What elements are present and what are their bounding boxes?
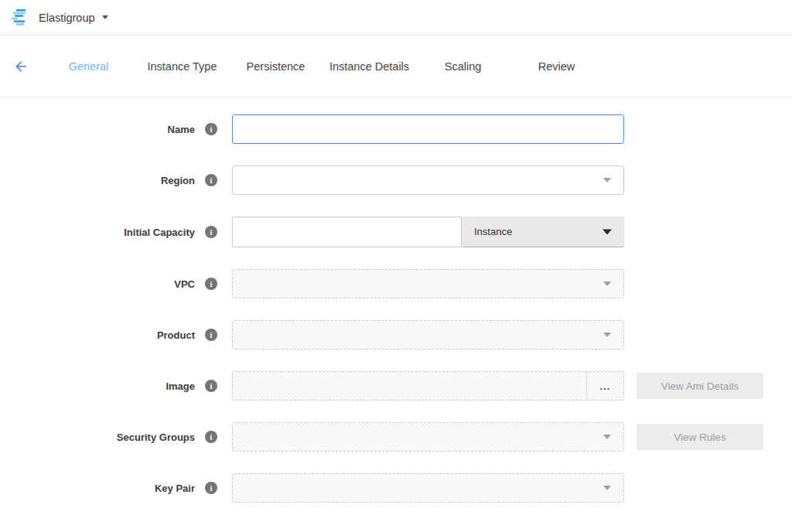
security-groups-field-row: Security Groups i View Rules: [0, 422, 792, 452]
image-browse-button[interactable]: ...: [586, 372, 623, 400]
vpc-field-row: VPC i: [0, 269, 792, 298]
info-icon[interactable]: i: [205, 226, 217, 238]
tab-persistence[interactable]: Persistence: [229, 60, 323, 73]
capacity-unit-value: Instance: [474, 226, 512, 237]
image-field-label: Image: [0, 380, 195, 392]
region-select[interactable]: [232, 165, 624, 195]
initial-capacity-field-label: Initial Capacity: [0, 227, 195, 238]
image-input: ...: [232, 371, 624, 401]
key-pair-field-label: Key Pair: [0, 483, 195, 494]
region-field-row: Region i: [0, 165, 792, 195]
security-groups-select: [232, 422, 624, 452]
info-icon[interactable]: i: [205, 278, 217, 290]
info-icon[interactable]: i: [205, 380, 217, 392]
chevron-down-icon: [603, 332, 611, 337]
chevron-down-icon: [603, 486, 611, 490]
info-icon[interactable]: i: [205, 174, 217, 186]
tab-instance-details[interactable]: Instance Details: [323, 60, 416, 73]
product-select: [232, 320, 624, 350]
chevron-down-icon: [603, 281, 611, 286]
key-pair-select: [232, 473, 624, 503]
caret-down-icon: [603, 229, 612, 234]
region-field-label: Region: [0, 175, 195, 186]
back-button[interactable]: [0, 59, 42, 74]
general-settings-form: Name i Region i Initial Capacity i Insta…: [0, 97, 792, 503]
vpc-field-label: VPC: [0, 278, 195, 290]
initial-capacity-input[interactable]: [232, 217, 462, 247]
key-pair-field-row: Key Pair i: [0, 473, 792, 503]
product-field-label: Product: [0, 329, 195, 341]
elastigroup-logo-icon: [11, 9, 30, 26]
info-icon[interactable]: i: [205, 123, 217, 135]
name-field-label: Name: [0, 124, 195, 135]
chevron-down-icon: [603, 178, 611, 182]
wizard-tab-bar: General Instance Type Persistence Instan…: [0, 36, 792, 97]
name-field-row: Name i: [0, 114, 792, 144]
vpc-select: [232, 269, 624, 298]
info-icon[interactable]: i: [205, 482, 217, 494]
app-header: Elastigroup: [0, 0, 792, 36]
tab-instance-type[interactable]: Instance Type: [135, 60, 229, 73]
view-rules-button[interactable]: View Rules: [637, 424, 763, 450]
security-groups-field-label: Security Groups: [0, 431, 195, 443]
product-field-row: Product i: [0, 320, 792, 350]
tab-scaling[interactable]: Scaling: [416, 60, 510, 73]
tab-review[interactable]: Review: [510, 60, 603, 73]
capacity-unit-select[interactable]: Instance: [462, 217, 624, 247]
info-icon[interactable]: i: [205, 329, 217, 341]
tab-general[interactable]: General: [42, 60, 135, 73]
name-input[interactable]: [232, 114, 624, 144]
view-ami-details-button[interactable]: View Ami Details: [637, 373, 763, 399]
chevron-down-icon[interactable]: [102, 15, 108, 19]
image-value: [233, 372, 586, 400]
back-arrow-icon: [13, 59, 29, 74]
chevron-down-icon: [603, 435, 611, 439]
info-icon[interactable]: i: [205, 431, 217, 443]
initial-capacity-field-row: Initial Capacity i Instance: [0, 217, 792, 247]
app-switcher-label[interactable]: Elastigroup: [39, 12, 95, 24]
image-field-row: Image i ... View Ami Details: [0, 371, 792, 401]
